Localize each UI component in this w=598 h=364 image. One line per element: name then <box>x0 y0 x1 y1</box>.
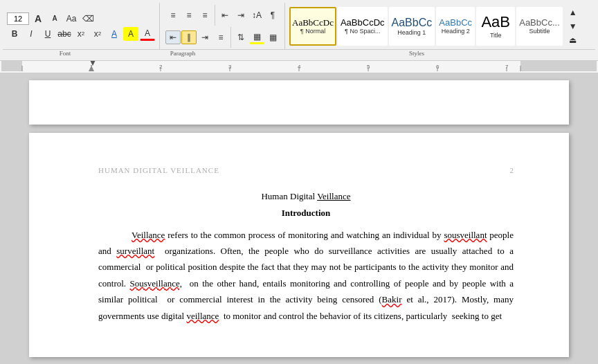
style-subtitle-preview: AaBbCc... <box>519 17 560 28</box>
clear-format-button[interactable]: ⌫ <box>80 12 96 26</box>
align-right-button[interactable]: ⇥ <box>197 30 212 44</box>
svg-rect-1 <box>1 61 22 71</box>
bullets-button[interactable]: ≡ <box>165 8 181 22</box>
increase-indent-button[interactable]: ⇥ <box>233 8 248 22</box>
doc-subheading: Introduction <box>98 208 514 219</box>
subscript-button[interactable]: x2 <box>73 27 89 41</box>
style-title-label: Title <box>490 32 502 39</box>
bold-button[interactable]: B <box>7 27 22 41</box>
ruler-inner: 1 2 3 4 5 6 7 <box>1 61 597 73</box>
multilevel-list-button[interactable]: ≡ <box>197 8 212 22</box>
doc-paragraph[interactable]: Veillance refers to the common process o… <box>98 227 514 324</box>
italic-button[interactable]: I <box>24 27 39 41</box>
document-area[interactable]: HUMAN DIGITAL VEILLANCE 2 Human Digital … <box>0 73 598 364</box>
font-color-button[interactable]: A <box>140 27 155 41</box>
font-group-label: Font <box>3 49 127 60</box>
text-effect-button[interactable]: A <box>107 27 122 41</box>
ruler: 1 2 3 4 5 6 7 <box>0 61 598 73</box>
style-heading2-button[interactable]: AaBbCc Heading 2 <box>436 7 475 46</box>
strikethrough-button[interactable]: abc <box>57 27 72 41</box>
shrink-font-button[interactable]: A <box>47 12 62 26</box>
sort-button[interactable]: ↕A <box>249 8 264 22</box>
style-title-preview: AaB <box>481 13 510 31</box>
style-title-button[interactable]: AaB Title <box>476 7 515 46</box>
style-no-spacing-preview: AaBbCcDc <box>341 17 385 28</box>
bakir-word: Bakir <box>382 294 402 304</box>
doc-heading: Human Digital Veillance <box>98 191 514 202</box>
styles-group: AaBbCcDc ¶ Normal AaBbCcDc ¶ No Spaci...… <box>287 3 595 49</box>
page-2: HUMAN DIGITAL VEILLANCE 2 Human Digital … <box>29 133 569 357</box>
doc-heading-underline: Veillance <box>317 191 350 201</box>
styles-scroll-down-button[interactable]: ▼ <box>565 19 581 33</box>
style-heading1-button[interactable]: AaBbCc Heading 1 <box>389 7 435 46</box>
separator2 <box>230 27 231 48</box>
decrease-indent-button[interactable]: ⇤ <box>217 8 233 22</box>
grow-font-button[interactable]: A <box>30 12 46 26</box>
ribbon: 12 A A Aa ⌫ B I U abc x2 x2 A A A <box>0 0 598 49</box>
style-subtitle-button[interactable]: AaBbCc... Subtitle <box>516 7 563 46</box>
style-heading2-preview: AaBbCc <box>439 17 472 28</box>
highlight-button[interactable]: A <box>123 27 138 41</box>
styles-more-button[interactable]: ⏏ <box>565 33 581 47</box>
align-center-button[interactable]: ∥ <box>181 30 197 44</box>
page-2-content: HUMAN DIGITAL VEILLANCE 2 Human Digital … <box>29 133 569 357</box>
justify-button[interactable]: ≡ <box>213 30 228 44</box>
page-header-title: HUMAN DIGITAL VEILLANCE <box>98 166 219 174</box>
veillance-word: Veillance <box>132 230 165 240</box>
style-heading1-label: Heading 1 <box>397 29 426 36</box>
paragraph-group: ≡ ≡ ≡ ⇤ ⇥ ↕A ¶ ⇤ ∥ ⇥ ≡ ⇅ ▦ ▦ <box>161 3 285 49</box>
align-left-button[interactable]: ⇤ <box>165 30 181 44</box>
style-heading1-preview: AaBbCc <box>392 16 433 29</box>
style-normal-label: ¶ Normal <box>300 28 325 35</box>
styles-scroll-up-button[interactable]: ▲ <box>565 6 581 19</box>
numbering-button[interactable]: ≡ <box>181 8 197 22</box>
page-header: HUMAN DIGITAL VEILLANCE 2 <box>98 166 514 174</box>
separator1 <box>215 5 215 26</box>
underline-button[interactable]: U <box>40 27 55 41</box>
shading-button[interactable]: ▦ <box>249 30 264 44</box>
page-1 <box>29 80 569 125</box>
style-no-spacing-button[interactable]: AaBbCcDc ¶ No Spaci... <box>338 7 388 46</box>
styles-group-label: Styles <box>238 49 595 60</box>
sousveillant-word: sousveillant <box>444 230 487 240</box>
surveillant-word: surveillant <box>116 246 154 256</box>
toolbar-labels: Font Paragraph Styles <box>0 49 598 60</box>
sousveillance-word: Sousveillance, <box>130 278 182 289</box>
style-no-spacing-label: ¶ No Spaci... <box>345 28 380 35</box>
change-case-button[interactable]: Aa <box>64 12 79 26</box>
style-normal-button[interactable]: AaBbCcDc ¶ Normal <box>289 7 336 46</box>
font-size-input[interactable]: 12 <box>7 12 29 25</box>
style-normal-preview: AaBbCcDc <box>292 17 334 28</box>
show-hide-button[interactable]: ¶ <box>265 8 280 22</box>
style-subtitle-label: Subtitle <box>529 28 550 35</box>
style-heading2-label: Heading 2 <box>442 28 470 35</box>
ruler-svg: 1 2 3 4 5 6 7 <box>1 61 597 71</box>
line-spacing-button[interactable]: ⇅ <box>233 30 248 44</box>
veillance-word2: veillance <box>186 311 219 321</box>
svg-rect-2 <box>520 61 597 71</box>
paragraph-group-label: Paragraph <box>127 49 238 60</box>
toolbar: 12 A A Aa ⌫ B I U abc x2 x2 A A A <box>0 0 598 61</box>
page-number: 2 <box>510 166 514 174</box>
font-group: 12 A A Aa ⌫ B I U abc x2 x2 A A A <box>3 3 160 49</box>
border-button[interactable]: ▦ <box>265 30 280 44</box>
superscript-button[interactable]: x2 <box>90 27 105 41</box>
